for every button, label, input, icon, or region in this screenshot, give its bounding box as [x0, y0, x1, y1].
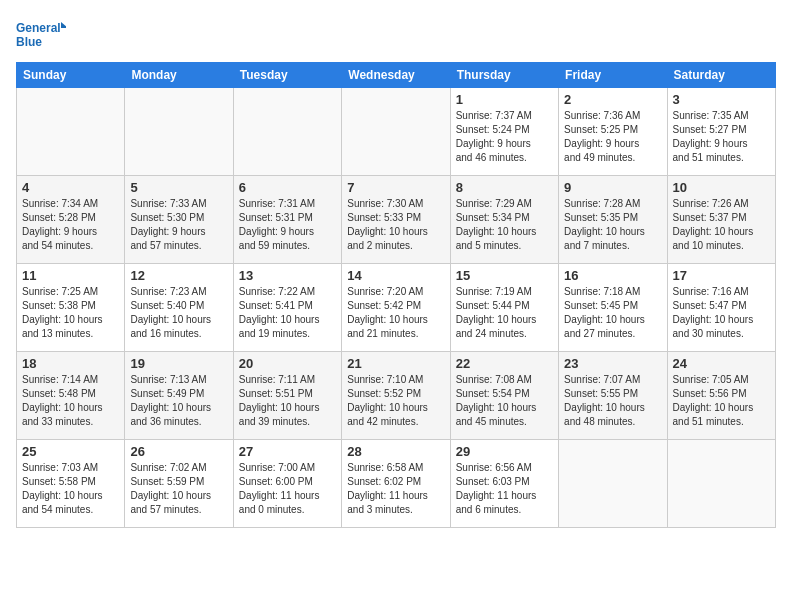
day-number: 2 — [564, 92, 661, 107]
header: General Blue — [16, 16, 776, 56]
day-number: 23 — [564, 356, 661, 371]
day-info: Sunrise: 7:31 AM Sunset: 5:31 PM Dayligh… — [239, 197, 336, 253]
day-cell: 20Sunrise: 7:11 AM Sunset: 5:51 PM Dayli… — [233, 352, 341, 440]
day-cell — [17, 88, 125, 176]
day-number: 14 — [347, 268, 444, 283]
day-cell: 29Sunrise: 6:56 AM Sunset: 6:03 PM Dayli… — [450, 440, 558, 528]
week-row-3: 11Sunrise: 7:25 AM Sunset: 5:38 PM Dayli… — [17, 264, 776, 352]
week-row-4: 18Sunrise: 7:14 AM Sunset: 5:48 PM Dayli… — [17, 352, 776, 440]
day-info: Sunrise: 7:23 AM Sunset: 5:40 PM Dayligh… — [130, 285, 227, 341]
day-number: 1 — [456, 92, 553, 107]
svg-text:Blue: Blue — [16, 35, 42, 49]
day-cell — [233, 88, 341, 176]
day-info: Sunrise: 7:19 AM Sunset: 5:44 PM Dayligh… — [456, 285, 553, 341]
day-number: 7 — [347, 180, 444, 195]
svg-marker-2 — [61, 22, 66, 28]
day-cell: 12Sunrise: 7:23 AM Sunset: 5:40 PM Dayli… — [125, 264, 233, 352]
day-number: 25 — [22, 444, 119, 459]
day-cell: 25Sunrise: 7:03 AM Sunset: 5:58 PM Dayli… — [17, 440, 125, 528]
day-info: Sunrise: 7:07 AM Sunset: 5:55 PM Dayligh… — [564, 373, 661, 429]
day-number: 3 — [673, 92, 770, 107]
day-info: Sunrise: 7:03 AM Sunset: 5:58 PM Dayligh… — [22, 461, 119, 517]
header-wednesday: Wednesday — [342, 63, 450, 88]
day-info: Sunrise: 6:58 AM Sunset: 6:02 PM Dayligh… — [347, 461, 444, 517]
day-cell: 7Sunrise: 7:30 AM Sunset: 5:33 PM Daylig… — [342, 176, 450, 264]
day-number: 13 — [239, 268, 336, 283]
day-number: 4 — [22, 180, 119, 195]
day-cell: 6Sunrise: 7:31 AM Sunset: 5:31 PM Daylig… — [233, 176, 341, 264]
day-number: 28 — [347, 444, 444, 459]
day-number: 12 — [130, 268, 227, 283]
day-cell — [342, 88, 450, 176]
day-info: Sunrise: 7:10 AM Sunset: 5:52 PM Dayligh… — [347, 373, 444, 429]
day-info: Sunrise: 7:22 AM Sunset: 5:41 PM Dayligh… — [239, 285, 336, 341]
day-info: Sunrise: 7:37 AM Sunset: 5:24 PM Dayligh… — [456, 109, 553, 165]
day-number: 22 — [456, 356, 553, 371]
day-number: 17 — [673, 268, 770, 283]
header-tuesday: Tuesday — [233, 63, 341, 88]
day-cell: 10Sunrise: 7:26 AM Sunset: 5:37 PM Dayli… — [667, 176, 775, 264]
day-number: 11 — [22, 268, 119, 283]
day-cell: 4Sunrise: 7:34 AM Sunset: 5:28 PM Daylig… — [17, 176, 125, 264]
day-cell: 28Sunrise: 6:58 AM Sunset: 6:02 PM Dayli… — [342, 440, 450, 528]
calendar-table: SundayMondayTuesdayWednesdayThursdayFrid… — [16, 62, 776, 528]
week-row-2: 4Sunrise: 7:34 AM Sunset: 5:28 PM Daylig… — [17, 176, 776, 264]
header-saturday: Saturday — [667, 63, 775, 88]
day-cell: 3Sunrise: 7:35 AM Sunset: 5:27 PM Daylig… — [667, 88, 775, 176]
day-number: 6 — [239, 180, 336, 195]
day-number: 21 — [347, 356, 444, 371]
day-cell: 16Sunrise: 7:18 AM Sunset: 5:45 PM Dayli… — [559, 264, 667, 352]
day-cell: 21Sunrise: 7:10 AM Sunset: 5:52 PM Dayli… — [342, 352, 450, 440]
day-info: Sunrise: 7:29 AM Sunset: 5:34 PM Dayligh… — [456, 197, 553, 253]
day-cell: 5Sunrise: 7:33 AM Sunset: 5:30 PM Daylig… — [125, 176, 233, 264]
day-info: Sunrise: 7:02 AM Sunset: 5:59 PM Dayligh… — [130, 461, 227, 517]
day-cell: 15Sunrise: 7:19 AM Sunset: 5:44 PM Dayli… — [450, 264, 558, 352]
day-cell: 23Sunrise: 7:07 AM Sunset: 5:55 PM Dayli… — [559, 352, 667, 440]
day-info: Sunrise: 6:56 AM Sunset: 6:03 PM Dayligh… — [456, 461, 553, 517]
day-info: Sunrise: 7:00 AM Sunset: 6:00 PM Dayligh… — [239, 461, 336, 517]
day-info: Sunrise: 7:18 AM Sunset: 5:45 PM Dayligh… — [564, 285, 661, 341]
day-number: 18 — [22, 356, 119, 371]
day-number: 8 — [456, 180, 553, 195]
day-cell: 27Sunrise: 7:00 AM Sunset: 6:00 PM Dayli… — [233, 440, 341, 528]
day-info: Sunrise: 7:34 AM Sunset: 5:28 PM Dayligh… — [22, 197, 119, 253]
day-number: 5 — [130, 180, 227, 195]
day-number: 16 — [564, 268, 661, 283]
day-cell — [559, 440, 667, 528]
day-info: Sunrise: 7:13 AM Sunset: 5:49 PM Dayligh… — [130, 373, 227, 429]
day-info: Sunrise: 7:11 AM Sunset: 5:51 PM Dayligh… — [239, 373, 336, 429]
day-cell: 26Sunrise: 7:02 AM Sunset: 5:59 PM Dayli… — [125, 440, 233, 528]
weekday-header-row: SundayMondayTuesdayWednesdayThursdayFrid… — [17, 63, 776, 88]
day-info: Sunrise: 7:08 AM Sunset: 5:54 PM Dayligh… — [456, 373, 553, 429]
day-cell — [125, 88, 233, 176]
day-number: 24 — [673, 356, 770, 371]
header-thursday: Thursday — [450, 63, 558, 88]
logo: General Blue — [16, 16, 66, 56]
logo-svg: General Blue — [16, 16, 66, 56]
header-friday: Friday — [559, 63, 667, 88]
day-number: 9 — [564, 180, 661, 195]
day-info: Sunrise: 7:25 AM Sunset: 5:38 PM Dayligh… — [22, 285, 119, 341]
day-info: Sunrise: 7:30 AM Sunset: 5:33 PM Dayligh… — [347, 197, 444, 253]
day-info: Sunrise: 7:16 AM Sunset: 5:47 PM Dayligh… — [673, 285, 770, 341]
day-cell: 24Sunrise: 7:05 AM Sunset: 5:56 PM Dayli… — [667, 352, 775, 440]
day-info: Sunrise: 7:36 AM Sunset: 5:25 PM Dayligh… — [564, 109, 661, 165]
day-info: Sunrise: 7:28 AM Sunset: 5:35 PM Dayligh… — [564, 197, 661, 253]
svg-text:General: General — [16, 21, 61, 35]
day-cell: 2Sunrise: 7:36 AM Sunset: 5:25 PM Daylig… — [559, 88, 667, 176]
header-monday: Monday — [125, 63, 233, 88]
day-cell: 1Sunrise: 7:37 AM Sunset: 5:24 PM Daylig… — [450, 88, 558, 176]
day-number: 20 — [239, 356, 336, 371]
day-cell — [667, 440, 775, 528]
day-cell: 9Sunrise: 7:28 AM Sunset: 5:35 PM Daylig… — [559, 176, 667, 264]
day-cell: 17Sunrise: 7:16 AM Sunset: 5:47 PM Dayli… — [667, 264, 775, 352]
day-info: Sunrise: 7:33 AM Sunset: 5:30 PM Dayligh… — [130, 197, 227, 253]
day-info: Sunrise: 7:26 AM Sunset: 5:37 PM Dayligh… — [673, 197, 770, 253]
day-info: Sunrise: 7:14 AM Sunset: 5:48 PM Dayligh… — [22, 373, 119, 429]
day-cell: 14Sunrise: 7:20 AM Sunset: 5:42 PM Dayli… — [342, 264, 450, 352]
day-cell: 8Sunrise: 7:29 AM Sunset: 5:34 PM Daylig… — [450, 176, 558, 264]
day-cell: 18Sunrise: 7:14 AM Sunset: 5:48 PM Dayli… — [17, 352, 125, 440]
day-cell: 13Sunrise: 7:22 AM Sunset: 5:41 PM Dayli… — [233, 264, 341, 352]
day-info: Sunrise: 7:20 AM Sunset: 5:42 PM Dayligh… — [347, 285, 444, 341]
day-number: 10 — [673, 180, 770, 195]
